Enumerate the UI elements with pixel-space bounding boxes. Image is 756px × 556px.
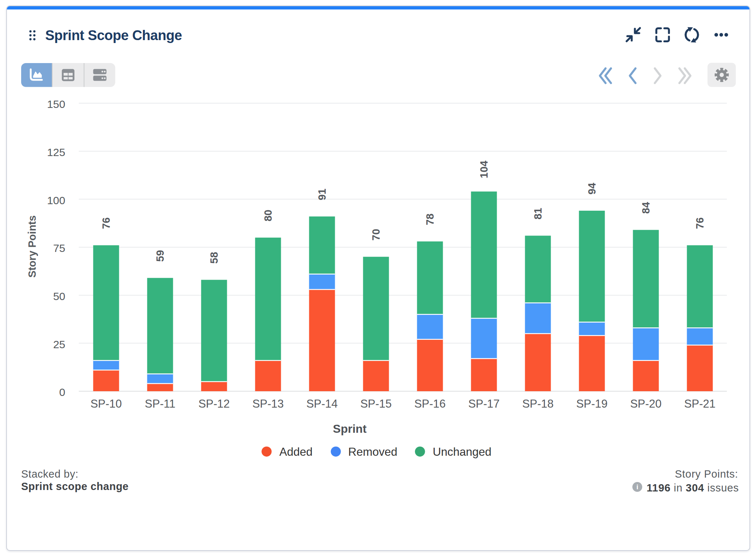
svg-text:125: 125 bbox=[47, 146, 65, 158]
svg-text:100: 100 bbox=[47, 194, 65, 206]
svg-text:75: 75 bbox=[53, 242, 65, 254]
svg-text:81: 81 bbox=[532, 208, 544, 219]
svg-text:SP-10: SP-10 bbox=[90, 397, 122, 410]
svg-text:SP-11: SP-11 bbox=[145, 397, 175, 410]
svg-text:50: 50 bbox=[53, 290, 65, 302]
svg-text:SP-16: SP-16 bbox=[414, 397, 446, 410]
svg-text:84: 84 bbox=[640, 202, 652, 214]
svg-text:80: 80 bbox=[262, 210, 274, 221]
svg-text:SP-13: SP-13 bbox=[252, 397, 284, 410]
svg-text:SP-18: SP-18 bbox=[522, 397, 554, 410]
svg-text:0: 0 bbox=[59, 386, 65, 398]
svg-text:94: 94 bbox=[586, 183, 598, 194]
svg-text:91: 91 bbox=[316, 188, 328, 200]
svg-text:Sprint: Sprint bbox=[333, 422, 367, 435]
svg-text:Story Points: Story Points bbox=[26, 215, 38, 278]
svg-text:SP-15: SP-15 bbox=[360, 397, 392, 410]
svg-text:Added: Added bbox=[279, 445, 313, 458]
svg-text:25: 25 bbox=[53, 338, 65, 350]
svg-text:76: 76 bbox=[100, 217, 112, 229]
svg-text:SP-19: SP-19 bbox=[576, 397, 608, 410]
svg-text:SP-21: SP-21 bbox=[684, 397, 716, 410]
svg-text:59: 59 bbox=[154, 250, 166, 262]
svg-text:SP-12: SP-12 bbox=[198, 397, 230, 410]
svg-text:Removed: Removed bbox=[348, 445, 398, 458]
svg-text:76: 76 bbox=[694, 217, 706, 229]
svg-text:SP-17: SP-17 bbox=[468, 397, 500, 410]
svg-text:78: 78 bbox=[424, 214, 436, 225]
svg-text:SP-14: SP-14 bbox=[306, 397, 338, 410]
svg-text:58: 58 bbox=[208, 252, 220, 264]
svg-text:150: 150 bbox=[47, 98, 65, 110]
svg-text:70: 70 bbox=[370, 229, 382, 241]
svg-text:SP-20: SP-20 bbox=[630, 397, 662, 410]
svg-text:104: 104 bbox=[478, 161, 490, 178]
svg-text:Unchanged: Unchanged bbox=[433, 445, 492, 458]
